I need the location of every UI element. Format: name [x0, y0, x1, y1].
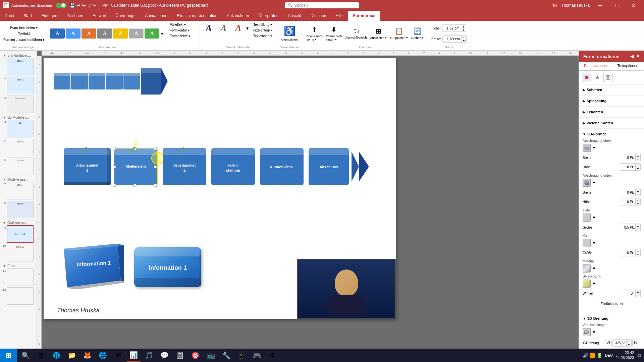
hohe-down-1[interactable]: ▼	[636, 167, 640, 170]
breite-input-2[interactable]	[620, 190, 635, 195]
slide-3[interactable]: 3 ─── ───	[1, 96, 35, 113]
drehen-btn[interactable]: Drehen ▾	[410, 36, 425, 40]
kontur-spin[interactable]: ▲ ▼	[620, 249, 641, 256]
taskbar-mail[interactable]: ✉	[111, 349, 125, 362]
3d-drehung-header[interactable]: ▼ 3D-Drehung	[583, 315, 641, 322]
width-up[interactable]: ▲	[462, 36, 466, 39]
group-collapse-4[interactable]: ▼	[3, 221, 6, 225]
start-button[interactable]: ⊞	[0, 349, 17, 362]
close-btn[interactable]: ✕	[626, 0, 641, 11]
3d-format-header[interactable]: ▼ 3D-Format	[583, 131, 641, 137]
wordart-a3[interactable]: A	[231, 22, 245, 34]
wordart-expand[interactable]: ▾	[246, 25, 249, 31]
auswahlbereich-btn[interactable]: Auswahlbereich	[344, 35, 368, 40]
breite-up-1[interactable]: ▲	[636, 154, 640, 158]
autosave-toggle[interactable]	[56, 3, 67, 8]
hohe-spin-1[interactable]: ▲ ▼	[620, 163, 641, 171]
form-bearbeiten-btn[interactable]: Form bearbeiten ▾	[2, 25, 46, 30]
tab-datei[interactable]: Datei	[0, 11, 19, 21]
abschragung-dropdown-icon[interactable]: ▼	[592, 145, 596, 150]
panel-tab-textoptionen[interactable]: Textoptionen	[612, 62, 644, 70]
tiefe-input[interactable]	[620, 225, 635, 230]
texteffekte-btn[interactable]: Texteffekte ▾	[251, 34, 274, 39]
height-input[interactable]	[442, 25, 461, 31]
tab-entwurf[interactable]: Entwurf	[88, 11, 111, 21]
breite-down-2[interactable]: ▼	[636, 192, 640, 196]
material-swatch[interactable]	[583, 264, 591, 273]
shape-style-4[interactable]: A	[97, 28, 112, 39]
ebene-vorne-btn[interactable]: Ebene nachvorne ▾	[305, 34, 324, 42]
taskbar-edge[interactable]: 🌐	[49, 349, 64, 362]
slide-9[interactable]: 9 Info 1 / Info 1	[1, 225, 35, 243]
taskbar-app5[interactable]: 🎮	[250, 349, 264, 362]
shape-style-2[interactable]: A	[66, 28, 80, 39]
show-desktop[interactable]: □	[637, 353, 641, 357]
schatten-header[interactable]: ▶ Schatten	[583, 86, 641, 93]
slide-2[interactable]: 2 slide 2	[1, 77, 35, 94]
tiefe-spin[interactable]: ▲ ▼	[620, 224, 641, 231]
taskbar-app1[interactable]: 🎯	[188, 349, 203, 362]
breite-spin-2[interactable]: ▲ ▼	[620, 189, 641, 196]
abschragung-oben-swatch[interactable]	[583, 144, 591, 152]
maximize-btn[interactable]: □	[609, 0, 625, 11]
height-up[interactable]: ▲	[461, 25, 466, 28]
panel-icon-effects[interactable]	[593, 73, 602, 82]
slide-1[interactable]: 1 slide 1	[1, 58, 35, 75]
ausrichten-btn[interactable]: Ausrichten ▾	[369, 36, 388, 40]
wordart-a2[interactable]: A	[217, 22, 230, 34]
slide-12[interactable]: 12	[1, 287, 35, 305]
tiefe-swatch[interactable]	[583, 214, 591, 222]
textfeld-btn[interactable]: Textfeld	[2, 31, 46, 36]
search-box[interactable]: 🔍 Suchen	[285, 2, 359, 8]
hohe-up-2[interactable]: ▲	[636, 198, 640, 202]
hohe-up-1[interactable]: ▲	[636, 164, 640, 167]
material-dropdown[interactable]: ▼	[592, 266, 596, 271]
tab-einfügen[interactable]: Einfügen	[37, 11, 62, 21]
reset-btn[interactable]: Zurücksetzen	[596, 300, 627, 307]
taskbar-app3[interactable]: 🔧	[219, 349, 233, 362]
winkel-input[interactable]	[620, 291, 635, 296]
kontur-up[interactable]: ▲	[636, 249, 640, 253]
shape-style-3[interactable]: A	[82, 28, 96, 39]
tiefe-up[interactable]: ▲	[636, 224, 640, 227]
slide-6[interactable]: 6 slide 6	[1, 158, 35, 175]
weiche-kanten-header[interactable]: ▶ Weiche Kanten	[583, 120, 641, 126]
tab-dictation[interactable]: Dictation	[306, 11, 331, 21]
winkel-up[interactable]: ▲	[636, 290, 640, 293]
tab-zeichnen[interactable]: Zeichnen	[62, 11, 88, 21]
taskbar-app2[interactable]: 📺	[203, 349, 218, 362]
x-input[interactable]	[613, 341, 626, 346]
taskbar-onenote[interactable]: 📓	[172, 349, 187, 362]
taskbar-app6[interactable]: ⚙	[265, 349, 280, 362]
taskbar-task-view[interactable]: ⧉	[34, 349, 48, 362]
shape-style-1[interactable]: A	[50, 28, 65, 39]
group-collapse-2[interactable]: ▼	[3, 116, 6, 119]
breite-spin-1[interactable]: ▲ ▼	[620, 154, 641, 161]
tab-ansicht[interactable]: Ansicht	[283, 11, 306, 21]
tab-formformat[interactable]: Formformat	[348, 11, 380, 21]
slide-8[interactable]: 8 slide 8	[1, 201, 35, 218]
slide-7[interactable]: 7 slide 7	[1, 182, 35, 199]
fülleffekt-btn[interactable]: Fülleffekt ▾	[168, 22, 187, 27]
taskbar-chrome[interactable]: 🌐	[95, 349, 110, 362]
kontur-down[interactable]: ▼	[636, 253, 640, 256]
taskbar-explorer[interactable]: 📁	[64, 349, 79, 362]
taskbar-powerpoint[interactable]: 📊	[126, 349, 141, 362]
kontur-swatch[interactable]	[583, 239, 591, 247]
abschragung-unten-swatch[interactable]	[583, 179, 591, 187]
spiegelung-header[interactable]: ▶ Spiegelung	[583, 98, 641, 104]
width-input[interactable]	[443, 36, 461, 42]
x-down[interactable]: ▼	[627, 343, 631, 346]
slide-10[interactable]: 10 slide 10	[1, 244, 35, 261]
beleuchtung-dropdown[interactable]: ▼	[592, 281, 596, 286]
x-spin[interactable]: ▲ ▼	[612, 339, 632, 347]
taskbar-search[interactable]: 🔍	[18, 349, 33, 362]
tab-start[interactable]: Start	[19, 11, 37, 21]
shape-style-6[interactable]: A	[129, 28, 144, 39]
leuchten-header[interactable]: ▶ Leuchten	[583, 109, 641, 115]
formeffekte-btn[interactable]: Formeffekte ▾	[168, 34, 192, 39]
x-up[interactable]: ▲	[627, 340, 631, 343]
slide-11[interactable]: 11	[1, 268, 35, 286]
tab-bildschirm[interactable]: Bildschirmpräsentation	[172, 11, 222, 21]
group-collapse-3[interactable]: ▼	[3, 178, 6, 181]
